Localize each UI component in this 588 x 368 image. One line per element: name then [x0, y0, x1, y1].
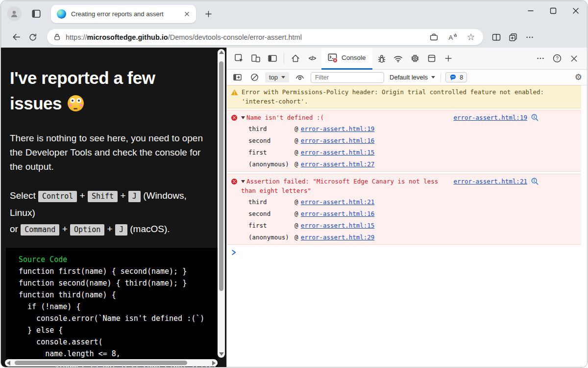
title-bar: Creating error reports and assert	[1, 1, 587, 26]
search-info-icon[interactable]	[531, 177, 539, 185]
devtools-more-options-icon[interactable]	[532, 50, 549, 67]
stack-location-link[interactable]: error-assert.html:27	[301, 159, 375, 169]
error-text: Name isn't defined :(	[241, 113, 447, 122]
source-code-block: Source Code function first(name) { secon…	[6, 248, 218, 368]
key-j-mac: J	[115, 224, 127, 236]
settings-ellipsis-icon[interactable]	[521, 29, 538, 46]
activity-bar-location-icon[interactable]	[264, 50, 281, 67]
stack-location-link[interactable]: error-assert.html:29	[301, 233, 375, 242]
new-tab-button[interactable]	[201, 6, 216, 21]
page-paragraph: There is nothing to see here, you need t…	[10, 131, 214, 174]
window-controls	[519, 1, 587, 21]
scroll-right-arrow[interactable]	[212, 361, 216, 366]
stack-frame: first@error-assert.html:15	[227, 219, 581, 231]
console-sidebar-icon[interactable]	[231, 72, 244, 83]
devtools-help-icon[interactable]: ?	[549, 50, 565, 67]
console-settings-gear-icon[interactable]: ⚙	[575, 72, 582, 82]
key-j: J	[128, 191, 141, 202]
devtools-tab-bar: </> Console	[227, 48, 587, 70]
stack-frame: first@error-assert.html:15	[227, 146, 581, 158]
source-location-link[interactable]: error-assert.html:21	[453, 177, 527, 186]
url-text: https://microsoftedge.github.io/Demos/de…	[66, 33, 421, 41]
maximize-button[interactable]	[542, 1, 564, 21]
console-warning-message: Error with Permissions-Policy header: Or…	[227, 85, 581, 108]
split-screen-icon[interactable]	[488, 29, 505, 46]
error-circle-icon	[231, 114, 238, 121]
close-button[interactable]	[564, 1, 587, 21]
key-command: Command	[21, 224, 59, 236]
filter-input[interactable]	[311, 72, 384, 83]
refresh-button[interactable]	[24, 29, 41, 46]
console-icon	[328, 53, 338, 63]
network-wifi-icon[interactable]	[390, 50, 407, 67]
context-label: top	[269, 74, 278, 81]
expand-triangle-icon[interactable]	[241, 180, 245, 183]
stack-location-link[interactable]: error-assert.html:15	[301, 221, 375, 230]
live-expression-eye-icon[interactable]	[294, 72, 306, 83]
address-bar[interactable]: https://microsoftedge.github.io/Demos/de…	[47, 29, 483, 45]
webpage-viewport: I've reported a few issues There is noth…	[1, 48, 226, 368]
collections-icon[interactable]	[505, 29, 521, 46]
divider	[284, 53, 284, 64]
tab-title: Creating error reports and assert	[71, 10, 182, 18]
warning-triangle-icon	[231, 89, 238, 106]
workspaces-icon[interactable]	[29, 7, 43, 21]
stack-frame: third@error-assert.html:19	[227, 123, 581, 134]
issues-bubble-icon	[449, 74, 457, 81]
chevron-down-icon	[281, 76, 285, 79]
device-emulation-icon[interactable]	[247, 50, 264, 67]
vertical-scroll-thumb[interactable]	[219, 61, 223, 291]
chevron-down-icon	[431, 76, 435, 79]
stack-location-link[interactable]: error-assert.html:15	[301, 148, 375, 157]
stack-location-link[interactable]: error-assert.html:16	[301, 136, 375, 145]
briefcase-icon[interactable]	[427, 31, 440, 44]
profile-avatar[interactable]	[7, 6, 22, 21]
console-error-message: Assertion failed: "Microsoft Edge Canary…	[227, 174, 581, 245]
levels-label: Default levels	[390, 74, 428, 81]
scroll-left-arrow[interactable]	[7, 361, 10, 366]
scroll-up-arrow[interactable]	[219, 51, 224, 54]
read-aloud-icon[interactable]: A	[446, 31, 459, 44]
page-vertical-scrollbar[interactable]	[218, 49, 225, 358]
inspect-icon[interactable]	[231, 50, 247, 67]
url-domain: microsoftedge.github.io	[87, 33, 168, 41]
issues-count: 8	[460, 74, 463, 81]
favorite-star-icon[interactable]: ☆	[465, 31, 477, 44]
issues-counter[interactable]: 8	[445, 72, 467, 82]
expand-triangle-icon[interactable]	[241, 116, 245, 119]
console-error-message: Name isn't defined :( error-assert.html:…	[227, 110, 581, 172]
source-code-label: Source Code	[19, 255, 67, 264]
stack-location-link[interactable]: error-assert.html:19	[301, 124, 375, 133]
tab-close-icon[interactable]	[182, 9, 191, 18]
stack-frame: second@error-assert.html:16	[227, 208, 581, 219]
edge-logo-icon	[57, 9, 66, 19]
stack-location-link[interactable]: error-assert.html:16	[301, 209, 375, 218]
log-levels-dropdown[interactable]: Default levels	[389, 74, 436, 81]
error-circle-icon	[231, 178, 238, 185]
shortcut-line: Select Control + Shift + J (Windows, Lin…	[10, 187, 214, 238]
more-tabs-plus-icon[interactable]	[440, 50, 457, 67]
minimize-button[interactable]	[519, 1, 542, 21]
console-tab-label: Console	[342, 54, 366, 61]
performance-cpu-icon[interactable]	[407, 50, 423, 67]
browser-tab[interactable]: Creating error reports and assert	[51, 5, 196, 23]
clear-console-icon[interactable]	[248, 72, 261, 83]
source-location-link[interactable]: error-assert.html:19	[453, 113, 527, 122]
stack-frame: second@error-assert.html:16	[227, 134, 581, 146]
tab-console[interactable]: Console	[321, 48, 372, 70]
console-prompt[interactable]	[227, 246, 581, 256]
stack-location-link[interactable]: error-assert.html:21	[301, 197, 375, 207]
search-info-icon[interactable]	[531, 113, 539, 122]
lock-icon[interactable]	[53, 33, 61, 41]
key-shift: Shift	[88, 191, 118, 202]
horizontal-scroll-thumb[interactable]	[15, 361, 187, 365]
welcome-home-icon[interactable]	[287, 50, 304, 67]
back-button[interactable]	[8, 29, 24, 46]
javascript-context-dropdown[interactable]: top	[265, 72, 289, 82]
page-horizontal-scrollbar[interactable]	[5, 359, 218, 367]
scroll-down-arrow[interactable]	[219, 352, 224, 356]
elements-tab-icon[interactable]: </>	[304, 50, 320, 67]
bug-icon[interactable]	[373, 50, 390, 67]
application-storage-icon[interactable]	[423, 50, 440, 67]
devtools-close-icon[interactable]	[565, 50, 582, 67]
